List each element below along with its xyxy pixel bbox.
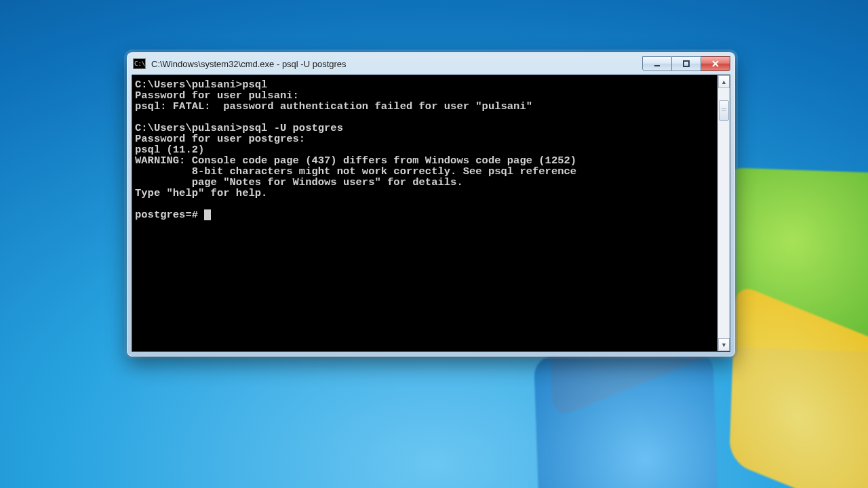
client-area: C:\Users\pulsani>psql Password for user … <box>132 75 730 352</box>
scroll-up-button[interactable]: ▲ <box>718 75 730 88</box>
svg-rect-0 <box>654 65 660 66</box>
titlebar[interactable]: C:\. C:\Windows\system32\cmd.exe - psql … <box>127 53 734 75</box>
close-button[interactable] <box>701 56 730 71</box>
window-title: C:\Windows\system32\cmd.exe - psql -U po… <box>151 59 637 69</box>
vertical-scrollbar[interactable]: ▲ ▼ <box>717 75 730 351</box>
terminal-cursor <box>204 209 211 220</box>
terminal-output[interactable]: C:\Users\pulsani>psql Password for user … <box>132 75 717 351</box>
cmd-window: C:\. C:\Windows\system32\cmd.exe - psql … <box>127 52 735 357</box>
scroll-track[interactable] <box>718 88 730 338</box>
svg-rect-1 <box>684 61 689 66</box>
scroll-down-button[interactable]: ▼ <box>718 338 730 351</box>
cmd-icon: C:\. <box>133 58 146 69</box>
maximize-button[interactable] <box>672 56 701 71</box>
minimize-button[interactable] <box>642 56 672 71</box>
scroll-thumb[interactable] <box>719 100 729 121</box>
